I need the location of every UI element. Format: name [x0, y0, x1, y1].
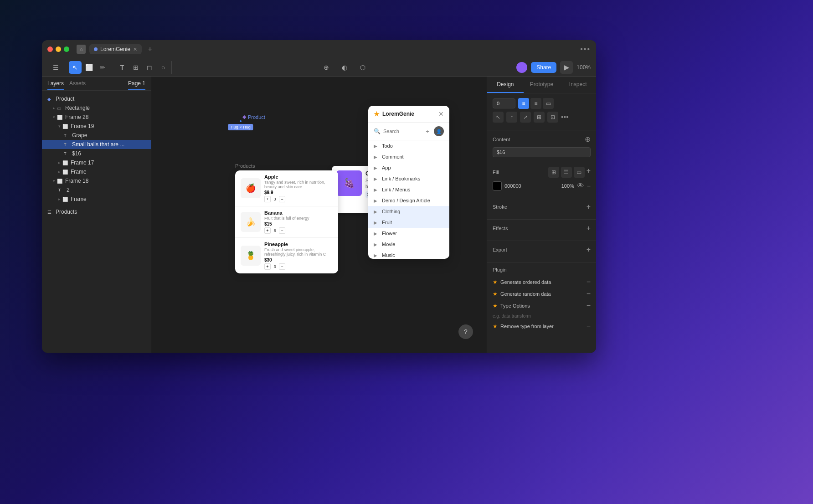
align-top-center-button[interactable]: ↑: [506, 112, 517, 123]
product-row-banana[interactable]: 🍌 Banana Fruit that is full of energy $1…: [235, 206, 338, 238]
layer-grape[interactable]: T Grape: [42, 131, 151, 140]
layer-products-section[interactable]: ☰ Products: [42, 207, 151, 216]
apple-qty-plus[interactable]: +: [264, 196, 271, 202]
align-distribute-button[interactable]: ⊡: [547, 112, 558, 123]
fill-grid-button[interactable]: ⊞: [548, 167, 559, 178]
link-tool-button[interactable]: ⬡: [356, 61, 369, 74]
fill-remove-button[interactable]: −: [587, 182, 591, 190]
align-spacing-button[interactable]: ⊞: [534, 112, 545, 123]
layers-tab[interactable]: Layers: [47, 80, 64, 90]
lorem-avatar-button[interactable]: 👤: [434, 126, 444, 136]
content-expand-button[interactable]: ⊕: [585, 135, 591, 144]
banana-qty-plus[interactable]: +: [264, 227, 271, 234]
fill-box-button[interactable]: ▭: [574, 167, 585, 178]
close-button[interactable]: [47, 46, 53, 52]
layer-small-balls[interactable]: T Small balls that are ...: [42, 140, 151, 149]
export-add-button[interactable]: +: [587, 246, 591, 254]
pencil-tool-button[interactable]: ✏: [96, 61, 109, 74]
cursor-tool-button[interactable]: ↖: [69, 61, 82, 74]
lorem-add-button[interactable]: +: [423, 127, 432, 136]
text-size-input[interactable]: [493, 98, 515, 108]
canvas[interactable]: ◆ Product 🍇 Grape Small balls that are b…: [151, 77, 487, 353]
align-center-button[interactable]: ≡: [530, 98, 541, 109]
layer-frame-18[interactable]: ▾ ⬜ Frame 18: [42, 176, 151, 185]
plugin-remove-type-button[interactable]: −: [587, 322, 591, 330]
hand-tool-button[interactable]: ◻: [143, 61, 156, 74]
layer-frame-main[interactable]: ▸ ⬜ Frame: [42, 167, 151, 176]
layer-qty-2[interactable]: T 2: [42, 185, 151, 195]
help-button[interactable]: ?: [458, 324, 473, 339]
toolbar-right-controls: Share ▶ 100%: [516, 61, 591, 74]
plugin-type-remove-button[interactable]: −: [587, 302, 591, 310]
align-top-right-button[interactable]: ↗: [520, 112, 531, 123]
lorem-panel-close[interactable]: ✕: [438, 110, 444, 118]
active-tab[interactable]: LoremGenie ✕: [89, 44, 142, 54]
zoom-tool-button[interactable]: ⊕: [320, 61, 333, 74]
lorem-item-link-bookmarks[interactable]: ▶ Link / Bookmarks: [368, 173, 449, 184]
page-selector[interactable]: Page 1: [128, 80, 145, 90]
selection-border: [240, 120, 242, 122]
content-section: Content ⊕: [487, 130, 596, 162]
add-tab-button[interactable]: +: [145, 45, 154, 54]
apple-qty-value: 3: [272, 197, 278, 201]
layer-frame-17[interactable]: ▸ ⬜ Frame 17: [42, 158, 151, 167]
lorem-search-input[interactable]: [383, 129, 423, 134]
effects-add-button[interactable]: +: [587, 224, 591, 232]
layer-price[interactable]: T $16: [42, 149, 151, 158]
fill-list-button[interactable]: ☰: [561, 167, 572, 178]
banana-name: Banana: [264, 210, 333, 216]
lorem-item-flower[interactable]: ▶ Flower: [368, 228, 449, 239]
comment-tool-button[interactable]: ○: [157, 61, 170, 74]
lorem-item-link-menus[interactable]: ▶ Link / Menus: [368, 184, 449, 195]
frame-tool-button[interactable]: ⬜: [82, 61, 95, 74]
fullscreen-button[interactable]: [64, 46, 69, 52]
layers-tool-button[interactable]: ☰: [49, 61, 62, 74]
lorem-item-fruit[interactable]: ▶ Fruit: [368, 217, 449, 228]
lorem-item-app[interactable]: ▶ App: [368, 162, 449, 173]
lorem-item-movie[interactable]: ▶ Movie: [368, 239, 449, 250]
product-row-pineapple[interactable]: 🍍 Pineapple Fresh and sweet pineapple, r…: [235, 238, 338, 273]
lorem-item-music[interactable]: ▶ Music: [368, 250, 449, 259]
layer-product[interactable]: ◆ Product: [42, 94, 151, 103]
align-left-button[interactable]: ≡: [518, 98, 529, 109]
align-right-button[interactable]: ▭: [543, 98, 554, 109]
plugin-ordered-remove-button[interactable]: −: [587, 278, 591, 286]
pineapple-name: Pineapple: [264, 242, 333, 247]
home-icon[interactable]: ⌂: [77, 45, 86, 54]
product-row-apple[interactable]: 🍎 Apple Tangy and sweet, rich in nutriti…: [235, 170, 338, 206]
layer-rectangle[interactable]: ▸ ▭ Rectangle: [42, 103, 151, 113]
layer-frame-28[interactable]: ▾ ⬜ Frame 28: [42, 113, 151, 122]
fill-add-button[interactable]: +: [587, 167, 591, 178]
align-top-left-button[interactable]: ↖: [493, 112, 504, 123]
layer-frame-19[interactable]: ▾ ⬜ Frame 19: [42, 122, 151, 131]
contrast-tool-button[interactable]: ◐: [338, 61, 351, 74]
alignment-more-button[interactable]: •••: [561, 113, 569, 121]
prototype-tab[interactable]: Prototype: [524, 77, 560, 93]
component-tool-button[interactable]: ⊞: [129, 61, 142, 74]
plugin-type-options-name: ★ Type Options: [493, 303, 530, 309]
content-value-input[interactable]: [493, 147, 591, 157]
design-tab[interactable]: Design: [487, 77, 524, 93]
fill-visibility-toggle[interactable]: 👁: [577, 182, 584, 190]
apple-qty-minus[interactable]: −: [279, 196, 285, 202]
text-tool-button[interactable]: T: [116, 61, 129, 74]
pineapple-qty-plus[interactable]: +: [264, 263, 271, 270]
plugin-random-remove-button[interactable]: −: [587, 290, 591, 298]
lorem-item-todo[interactable]: ▶ Todo: [368, 140, 449, 151]
window-menu-dots[interactable]: •••: [580, 45, 591, 53]
banana-qty-value: 8: [272, 228, 278, 233]
inspect-tab[interactable]: Inspect: [560, 77, 596, 93]
tab-close-button[interactable]: ✕: [133, 46, 137, 52]
minimize-button[interactable]: [56, 46, 61, 52]
play-button[interactable]: ▶: [560, 61, 573, 74]
fill-color-preview[interactable]: [493, 181, 502, 190]
assets-tab[interactable]: Assets: [69, 80, 86, 90]
banana-qty-minus[interactable]: −: [279, 227, 285, 234]
lorem-item-comment[interactable]: ▶ Comment: [368, 151, 449, 162]
lorem-item-clothing[interactable]: ▶ Clothing: [368, 206, 449, 217]
pineapple-qty-minus[interactable]: −: [279, 263, 285, 270]
stroke-add-button[interactable]: +: [587, 203, 591, 211]
share-button[interactable]: Share: [531, 62, 556, 73]
lorem-item-demo-design[interactable]: ▶ Demo / Design Article: [368, 195, 449, 206]
layer-frame-child[interactable]: ▸ ⬜ Frame: [42, 195, 151, 204]
